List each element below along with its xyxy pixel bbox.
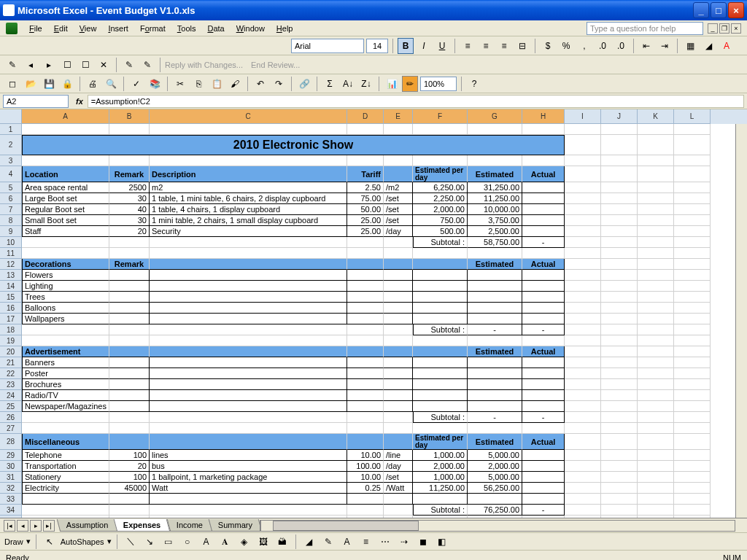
row-header-33[interactable]: 33 — [0, 494, 21, 505]
row-header-16[interactable]: 16 — [0, 303, 21, 314]
row-header-4[interactable]: 4 — [0, 166, 21, 182]
row-header-23[interactable]: 23 — [0, 379, 21, 390]
row-header-12[interactable]: 12 — [0, 259, 21, 270]
textbox-button[interactable]: A — [198, 534, 214, 550]
row-header-6[interactable]: 6 — [0, 193, 21, 204]
col-header-G[interactable]: G — [468, 109, 522, 124]
permission-button[interactable]: 🔒 — [59, 76, 75, 92]
fill-color-draw-button[interactable]: ◢ — [301, 534, 317, 550]
new-button[interactable]: ◻ — [4, 76, 20, 92]
next-comment-button[interactable]: ▸ — [41, 57, 57, 73]
col-header-L[interactable]: L — [674, 109, 711, 124]
row-header-29[interactable]: 29 — [0, 450, 21, 461]
row-header-13[interactable]: 13 — [0, 270, 21, 281]
3d-button[interactable]: ◧ — [434, 534, 450, 550]
arrow-button[interactable]: ↘ — [142, 534, 158, 550]
tab-first-button[interactable]: |◂ — [4, 520, 15, 532]
currency-button[interactable]: $ — [540, 38, 556, 54]
row-header-24[interactable]: 24 — [0, 390, 21, 401]
diagram-button[interactable]: ◈ — [236, 534, 252, 550]
row-header-30[interactable]: 30 — [0, 461, 21, 472]
open-button[interactable]: 📂 — [23, 76, 39, 92]
tab-expenses[interactable]: Expenses — [114, 519, 171, 532]
line-button[interactable]: ＼ — [123, 534, 139, 550]
save-button[interactable]: 💾 — [41, 76, 57, 92]
row-header-22[interactable]: 22 — [0, 368, 21, 379]
row-header-9[interactable]: 9 — [0, 226, 21, 237]
tab-next-button[interactable]: ▸ — [30, 520, 42, 532]
col-header-B[interactable]: B — [109, 109, 150, 124]
workbook-close-button[interactable]: × — [731, 23, 741, 34]
row-header-32[interactable]: 32 — [0, 483, 21, 494]
decrease-decimal-button[interactable]: .0 — [613, 38, 629, 54]
tab-prev-button[interactable]: ◂ — [17, 520, 28, 532]
menu-view[interactable]: View — [74, 23, 103, 34]
row-header-18[interactable]: 18 — [0, 324, 21, 335]
hyperlink-button[interactable]: 🔗 — [296, 76, 312, 92]
percent-button[interactable]: % — [558, 38, 574, 54]
sheet-body[interactable]: 2010 Electronic Show Location Remark Des… — [22, 124, 747, 518]
fill-color-button[interactable]: ◢ — [700, 38, 716, 54]
format-painter-button[interactable]: 🖌 — [227, 76, 243, 92]
spellcheck-button[interactable]: ✓ — [128, 76, 144, 92]
menu-tools[interactable]: Tools — [171, 23, 202, 34]
italic-button[interactable]: I — [416, 38, 432, 54]
chart-wizard-button[interactable]: 📊 — [384, 76, 400, 92]
tab-assumption[interactable]: Assumption — [57, 519, 118, 532]
oval-button[interactable]: ○ — [179, 534, 196, 550]
row-header-27[interactable]: 27 — [0, 423, 21, 434]
line-style-button[interactable]: ≡ — [358, 534, 374, 550]
horizontal-scrollbar[interactable] — [260, 520, 747, 532]
menu-insert[interactable]: Insert — [102, 23, 134, 34]
font-color-draw-button[interactable]: A — [339, 534, 355, 550]
col-header-E[interactable]: E — [384, 109, 413, 124]
drawing-button[interactable]: ✏ — [402, 76, 418, 92]
row-header-3[interactable]: 3 — [0, 155, 21, 166]
merge-center-button[interactable]: ⊟ — [514, 38, 530, 54]
workbook-minimize-button[interactable]: _ — [708, 23, 718, 34]
rectangle-button[interactable]: ▭ — [160, 534, 177, 550]
cut-button[interactable]: ✂ — [172, 76, 188, 92]
close-button[interactable]: × — [728, 2, 744, 18]
maximize-button[interactable]: □ — [711, 2, 727, 18]
col-header-A[interactable]: A — [22, 109, 109, 124]
draw-menu[interactable]: Draw — [4, 537, 23, 546]
increase-decimal-button[interactable]: .0 — [595, 38, 611, 54]
autosum-button[interactable]: Σ — [322, 76, 338, 92]
select-objects-button[interactable]: ↖ — [42, 534, 58, 550]
minimize-button[interactable]: _ — [693, 2, 709, 18]
show-all-comments-button[interactable]: ☐ — [77, 57, 93, 73]
redo-button[interactable]: ↷ — [271, 76, 287, 92]
shadow-button[interactable]: ◼ — [415, 534, 431, 550]
row-header-26[interactable]: 26 — [0, 412, 21, 423]
row-header-25[interactable]: 25 — [0, 401, 21, 412]
row-header-2[interactable]: 2 — [0, 135, 21, 155]
menu-edit[interactable]: Edit — [48, 23, 74, 34]
menu-help[interactable]: Help — [271, 23, 299, 34]
wordart-button[interactable]: 𝐀 — [217, 534, 233, 550]
app-icon[interactable] — [6, 23, 18, 34]
show-ink-button[interactable]: ✎ — [139, 57, 155, 73]
print-preview-button[interactable]: 🔍 — [103, 76, 119, 92]
col-header-J[interactable]: J — [601, 109, 638, 124]
row-header-7[interactable]: 7 — [0, 204, 21, 215]
tab-income[interactable]: Income — [167, 519, 213, 532]
undo-button[interactable]: ↶ — [252, 76, 268, 92]
formula-input[interactable]: =Assumption!C2 — [88, 95, 744, 108]
sort-desc-button[interactable]: Z↓ — [358, 76, 374, 92]
ink-button[interactable]: ✎ — [121, 57, 137, 73]
line-color-button[interactable]: ✎ — [320, 534, 336, 550]
decrease-indent-button[interactable]: ⇤ — [638, 38, 654, 54]
col-header-F[interactable]: F — [413, 109, 468, 124]
row-header-21[interactable]: 21 — [0, 357, 21, 368]
col-header-I[interactable]: I — [565, 109, 601, 124]
col-header-K[interactable]: K — [638, 109, 674, 124]
row-header-1[interactable]: 1 — [0, 124, 21, 135]
font-color-button[interactable]: A — [719, 38, 735, 54]
col-header-C[interactable]: C — [150, 109, 347, 124]
row-header-28[interactable]: 28 — [0, 434, 21, 450]
row-header-14[interactable]: 14 — [0, 281, 21, 292]
row-header-5[interactable]: 5 — [0, 182, 21, 193]
name-box[interactable]: A2 — [3, 95, 69, 108]
fx-icon[interactable]: fx — [71, 97, 88, 106]
